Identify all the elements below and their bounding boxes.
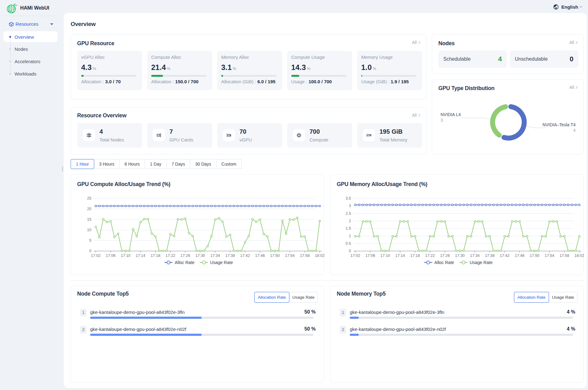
svg-text:17:30: 17:30 [455, 254, 465, 258]
svg-text:15: 15 [87, 217, 91, 222]
svg-text:3: 3 [441, 118, 443, 123]
svg-text:17:38: 17:38 [225, 254, 235, 258]
svg-text:17:18: 17:18 [410, 254, 420, 258]
svg-text:17:10: 17:10 [380, 254, 390, 258]
svg-text:NVIDIA–Tesla T4: NVIDIA–Tesla T4 [542, 122, 576, 127]
svg-text:17:26: 17:26 [181, 254, 190, 258]
svg-text:17:10: 17:10 [121, 254, 130, 258]
svg-text:17:06: 17:06 [106, 254, 116, 258]
svg-text:17:46: 17:46 [255, 254, 265, 258]
svg-text:NVIDIA L4: NVIDIA L4 [441, 112, 461, 117]
svg-text:17:42: 17:42 [500, 254, 509, 258]
svg-text:17:34: 17:34 [470, 254, 480, 258]
svg-text:Usage Rate: Usage Rate [470, 260, 493, 265]
svg-text:17:58: 17:58 [559, 254, 569, 258]
svg-text:0: 0 [349, 249, 351, 253]
svg-text:Alloc Rate: Alloc Rate [434, 260, 454, 265]
svg-text:1.5: 1.5 [346, 226, 351, 231]
svg-text:17:54: 17:54 [285, 254, 295, 258]
svg-text:17:42: 17:42 [240, 254, 250, 258]
svg-text:1: 1 [349, 234, 351, 238]
svg-text:3: 3 [349, 204, 351, 208]
svg-text:17:14: 17:14 [136, 254, 145, 258]
svg-text:17:58: 17:58 [300, 254, 309, 258]
svg-text:17:22: 17:22 [425, 254, 435, 258]
svg-text:25: 25 [87, 196, 91, 201]
svg-text:17:02: 17:02 [350, 254, 360, 258]
svg-text:17:54: 17:54 [545, 254, 554, 258]
svg-text:17:06: 17:06 [366, 254, 375, 258]
svg-text:17:50: 17:50 [270, 254, 280, 258]
svg-text:3.5: 3.5 [346, 196, 351, 201]
svg-text:17:30: 17:30 [195, 254, 205, 258]
svg-text:17:34: 17:34 [210, 254, 220, 258]
svg-text:18:02: 18:02 [315, 254, 324, 258]
svg-text:Alloc Rate: Alloc Rate [175, 260, 195, 265]
svg-text:2.5: 2.5 [346, 211, 351, 216]
svg-text:17:26: 17:26 [440, 254, 450, 258]
svg-text:17:50: 17:50 [530, 254, 539, 258]
svg-text:5: 5 [89, 238, 91, 243]
svg-text:20: 20 [87, 207, 91, 211]
svg-text:17:38: 17:38 [485, 254, 494, 258]
svg-text:4: 4 [573, 128, 576, 133]
svg-text:17:22: 17:22 [165, 254, 175, 258]
svg-text:2: 2 [349, 219, 351, 223]
svg-text:17:46: 17:46 [515, 254, 524, 258]
svg-text:10: 10 [87, 228, 91, 232]
svg-text:0: 0 [89, 249, 91, 253]
svg-text:17:02: 17:02 [91, 254, 100, 258]
svg-text:18:02: 18:02 [574, 254, 584, 258]
svg-text:Usage Rate: Usage Rate [210, 260, 233, 265]
svg-text:0.5: 0.5 [346, 241, 351, 246]
svg-text:17:18: 17:18 [151, 254, 160, 258]
svg-text:17:14: 17:14 [395, 254, 405, 258]
